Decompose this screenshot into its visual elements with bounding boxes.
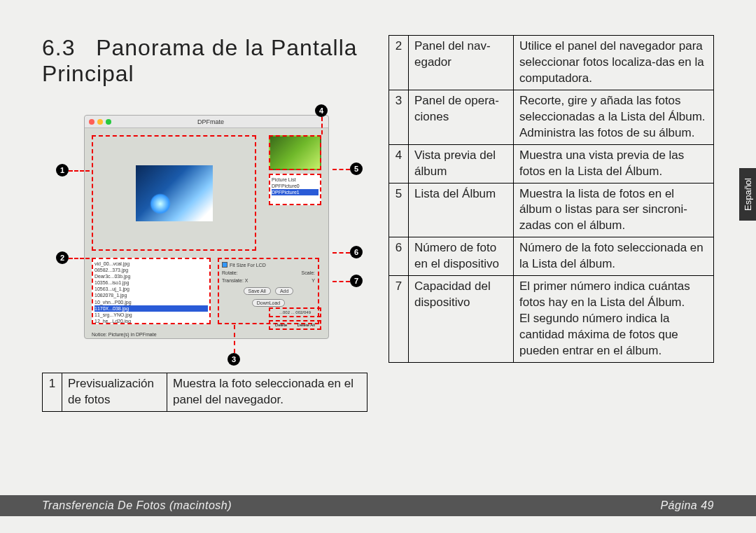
legend-table-right: 2Panel del nav-egadorUtilice el panel de…	[388, 35, 714, 363]
callout-5: 5	[350, 162, 363, 175]
zoom-icon[interactable]	[106, 119, 111, 125]
photo-preview-region	[92, 135, 256, 251]
language-label: Español	[743, 178, 753, 211]
heading-text: Panorama de la Pantalla Principal	[42, 35, 358, 86]
legend-num: 2	[389, 36, 409, 90]
legend-name: Número de foto en el dispositivo	[409, 237, 514, 276]
legend-desc: Muestra la lista de fotos en el álbum o …	[514, 183, 714, 237]
legend-name: Panel del nav-egador	[409, 36, 514, 90]
leader-1	[69, 170, 90, 172]
album-list-region: Picture List DPFPicture0 DPFPicture1	[269, 174, 321, 205]
save-all-button[interactable]: Save All	[244, 287, 271, 295]
file-item: 12_he...Ld20.jpg	[94, 318, 208, 324]
legend-num: 7	[389, 276, 409, 363]
checkbox-icon[interactable]	[222, 262, 227, 268]
heading-number: 6.3	[42, 35, 75, 60]
leader-7	[332, 281, 350, 282]
legend-desc: El primer número indica cuántas fotos ha…	[514, 276, 714, 363]
window-body: Picture List DPFPicture0 DPFPicture1 vid…	[85, 128, 328, 338]
table-row: 7Capacidad del dispositivoEl primer núme…	[389, 276, 714, 363]
file-item: 10356...iso1.jpg	[94, 279, 208, 286]
leader-4	[321, 117, 323, 134]
page-footer: Transferencia De Fotos (macintosh) Págin…	[0, 495, 756, 516]
legend-desc: Muestra una vista previa de las fotos en…	[514, 144, 714, 183]
callout-6: 6	[350, 246, 363, 258]
picture-list-header: Picture List	[272, 177, 296, 182]
fit-label: Fit Size For LCD	[230, 263, 266, 268]
translate-label: Translate: X	[222, 278, 248, 283]
annotated-screenshot: 1 2 3 4 5 6 7 DPF	[42, 101, 364, 367]
table-row: 5Lista del ÁlbumMuestra la lista de foto…	[389, 183, 714, 237]
leader-5	[332, 169, 350, 170]
legend-name: Capacidad del dispositivo	[409, 276, 514, 363]
capacity-region: Delete Delete All	[269, 320, 321, 330]
callout-3: 3	[227, 353, 240, 366]
app-window: DPFmate Picture List DPFPicture0 DPFPict…	[84, 115, 329, 339]
legend-desc: Utilice el panel del navegador para sele…	[514, 36, 714, 90]
legend-num: 1	[43, 373, 62, 412]
file-item: 11_srg...YNO.jpg	[94, 312, 208, 318]
legend-num: 3	[389, 90, 409, 144]
legend-name: Lista del Álbum	[409, 183, 514, 237]
footer-page-number: Página 49	[660, 499, 714, 512]
content-area: 6.3 Panorama de la Pantalla Principal 1 …	[42, 35, 714, 477]
table-row: 3Panel de opera-cionesRecorte, gire y añ…	[389, 90, 714, 144]
delete-all-button[interactable]: Delete All	[298, 323, 315, 327]
callout-4: 4	[315, 104, 328, 117]
delete-button[interactable]: Delete	[275, 323, 287, 327]
table-row: 6Número de foto en el dispositivoNúmero …	[389, 237, 714, 276]
callout-7: 7	[350, 275, 363, 287]
file-item: 08582...373.jpg	[94, 267, 208, 273]
callout-2: 2	[56, 251, 69, 264]
close-icon[interactable]	[89, 119, 94, 125]
download-button[interactable]: DownLoad	[252, 299, 285, 307]
left-column: 6.3 Panorama de la Pantalla Principal 1 …	[42, 35, 368, 477]
file-item: vid_00...vcal.jpg	[94, 261, 208, 267]
right-column: 2Panel del nav-egadorUtilice el panel de…	[388, 35, 714, 477]
table-row: 2Panel del nav-egadorUtilice el panel de…	[389, 36, 714, 90]
legend-desc: Número de la foto seleccionada en la Lis…	[514, 237, 714, 276]
scale-label: Scale:	[302, 270, 315, 275]
legend-name: Vista previa del álbum	[409, 144, 514, 183]
leader-6	[332, 252, 350, 254]
y-label: Y	[312, 278, 315, 283]
picture-list-item: DPFPicture0	[272, 184, 300, 188]
file-item: Dear3c...03b.jpg	[94, 273, 208, 279]
table-row: 1 Previsualización de fotos Muestra la f…	[43, 373, 368, 412]
file-item: 10563...uj_1.jpg	[94, 286, 208, 292]
add-button[interactable]: Add	[275, 287, 293, 295]
leader-2	[69, 258, 90, 259]
legend-name: Previsualización de fotos	[62, 373, 167, 412]
leader-3	[234, 325, 235, 353]
table-row: 4Vista previa del álbumMuestra una vista…	[389, 144, 714, 183]
rotate-label: Rotate:	[222, 270, 238, 275]
legend-num: 4	[389, 144, 409, 183]
counter-vals: ...002 ... 002/049	[279, 310, 311, 314]
minimize-icon[interactable]	[97, 119, 103, 125]
preview-image	[136, 165, 213, 221]
titlebar: DPFmate	[85, 116, 328, 128]
file-item: 10_vhn...P00.jpg	[94, 299, 208, 305]
notice-text: Notice: Picture(s) in DPFmate	[92, 332, 157, 337]
legend-desc: Recorte, gire y añada las fotos seleccio…	[514, 90, 714, 144]
language-tab: Español	[739, 168, 756, 221]
photo-counter-region: ...002 ... 002/049	[269, 307, 321, 317]
legend-num: 5	[389, 183, 409, 237]
window-title: DPFmate	[114, 118, 307, 125]
file-item-selected: 1170X...038.jpg	[94, 305, 208, 312]
legend-name: Panel de opera-ciones	[409, 90, 514, 144]
footer-section-title: Transferencia De Fotos (macintosh)	[42, 499, 232, 512]
manual-page: 6.3 Panorama de la Pantalla Principal 1 …	[0, 0, 756, 533]
legend-table-left: 1 Previsualización de fotos Muestra la f…	[42, 373, 368, 412]
callout-1: 1	[56, 164, 69, 176]
album-preview-region	[269, 135, 321, 170]
legend-desc: Muestra la foto seleccionada en el panel…	[167, 373, 368, 412]
section-heading: 6.3 Panorama de la Pantalla Principal	[42, 35, 368, 87]
navigator-panel-region: vid_00...vcal.jpg 08582...373.jpg Dear3c…	[92, 258, 211, 324]
picture-list-item-selected: DPFPicture1	[272, 189, 318, 195]
legend-num: 6	[389, 237, 409, 276]
file-item: 1082078_1.jpg	[94, 292, 208, 298]
